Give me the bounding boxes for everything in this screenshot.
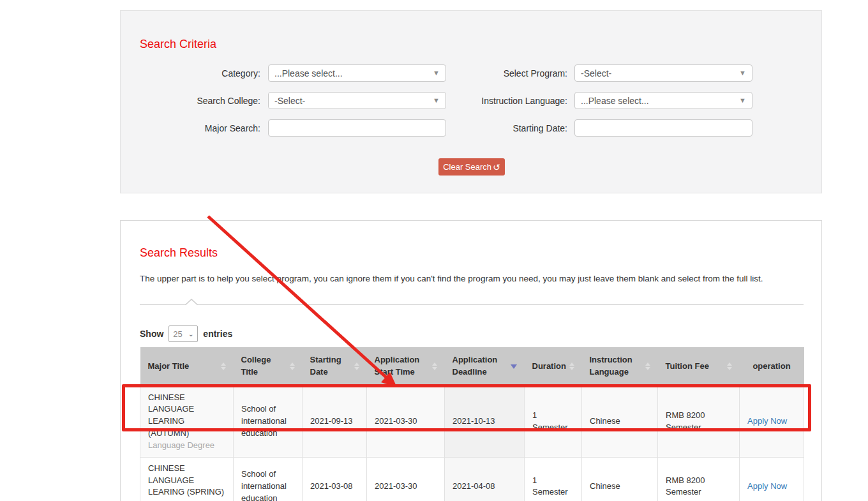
search-criteria-form: Category: ...Please select... ▼ Select P… bbox=[121, 64, 821, 147]
sort-icon bbox=[354, 363, 359, 370]
header-starting-date[interactable]: Starting Date bbox=[303, 347, 367, 386]
program-select[interactable]: -Select- ▼ bbox=[574, 64, 752, 82]
select-value: ...Please select... bbox=[581, 96, 649, 106]
cell-application-deadline: 2021-04-08 bbox=[445, 457, 525, 501]
sort-icon bbox=[645, 363, 650, 370]
entries-label: entries bbox=[203, 329, 232, 339]
search-criteria-panel: Search Criteria Category: ...Please sele… bbox=[120, 10, 822, 193]
cell-starting-date: 2021-03-08 bbox=[303, 457, 367, 501]
header-instruction-language[interactable]: Instruction Language bbox=[582, 347, 658, 386]
chevron-down-icon: ▼ bbox=[739, 97, 746, 104]
page-size-select[interactable]: 25 ⌄ bbox=[168, 325, 198, 342]
form-row: Category: ...Please select... ▼ Select P… bbox=[121, 64, 821, 82]
cell-application-start: 2021-03-30 bbox=[367, 457, 445, 501]
cell-application-start: 2021-03-30 bbox=[367, 386, 445, 457]
apply-now-link[interactable]: Apply Now bbox=[747, 416, 787, 426]
chevron-down-icon: ▼ bbox=[433, 70, 440, 77]
instruction-language-label: Instruction Language: bbox=[446, 96, 574, 106]
select-value: ...Please select... bbox=[274, 68, 343, 79]
header-duration[interactable]: Duration bbox=[525, 347, 582, 386]
search-results-title: Search Results bbox=[140, 246, 218, 260]
major-search-label: Major Search: bbox=[121, 123, 268, 133]
select-program-label: Select Program: bbox=[446, 68, 574, 79]
chevron-down-icon: ▼ bbox=[739, 70, 746, 77]
search-college-label: Search College: bbox=[121, 96, 268, 106]
cell-college-title: School of international education bbox=[234, 457, 303, 501]
show-label: Show bbox=[140, 329, 163, 339]
degree-label: Language Degree bbox=[148, 498, 225, 501]
starting-date-input[interactable] bbox=[574, 119, 752, 137]
clear-search-button[interactable]: Clear Search ↺ bbox=[438, 158, 505, 176]
sort-icon bbox=[290, 363, 295, 370]
sort-icon bbox=[432, 363, 437, 370]
degree-label: Language Degree bbox=[148, 440, 225, 452]
table-row: CHINESE LANGUAGE LEARING (AUTUMN)Languag… bbox=[140, 386, 804, 457]
cell-application-deadline: 2021-10-13 bbox=[445, 386, 525, 457]
form-row: Major Search: Starting Date: bbox=[121, 119, 821, 137]
category-label: Category: bbox=[121, 68, 268, 79]
results-table: Major Title College Title Starting Date … bbox=[140, 347, 804, 501]
cell-major-title: CHINESE LANGUAGE LEARING (AUTUMN)Languag… bbox=[140, 386, 234, 457]
table-row: CHINESE LANGUAGE LEARING (SPRING)Languag… bbox=[140, 457, 804, 501]
cell-duration: 1 Semester bbox=[525, 457, 582, 501]
search-criteria-title: Search Criteria bbox=[140, 38, 216, 51]
college-select[interactable]: -Select- ▼ bbox=[268, 92, 446, 109]
reset-icon: ↺ bbox=[493, 163, 500, 172]
header-application-deadline[interactable]: Application Deadline bbox=[445, 347, 525, 386]
category-select[interactable]: ...Please select... ▼ bbox=[268, 64, 446, 82]
cell-college-title: School of international education bbox=[234, 386, 303, 457]
search-results-panel: Search Results The upper part is to help… bbox=[120, 220, 822, 501]
header-application-start-time[interactable]: Application Start Time bbox=[367, 347, 445, 386]
header-major-title[interactable]: Major Title bbox=[140, 347, 234, 386]
sort-icon bbox=[727, 363, 732, 370]
chevron-down-icon: ▼ bbox=[433, 97, 440, 104]
cell-operation: Apply Now bbox=[740, 457, 804, 501]
apply-now-link[interactable]: Apply Now bbox=[747, 481, 787, 491]
header-tuition-fee[interactable]: Tuition Fee bbox=[658, 347, 740, 386]
select-value: -Select- bbox=[581, 68, 611, 79]
major-search-input[interactable] bbox=[268, 119, 446, 137]
cell-instruction-language: Chinese bbox=[582, 457, 658, 501]
cell-major-title: CHINESE LANGUAGE LEARING (SPRING)Languag… bbox=[140, 457, 234, 501]
page: Search Criteria Category: ...Please sele… bbox=[0, 0, 868, 501]
page-size-value: 25 bbox=[173, 329, 182, 339]
sort-icon bbox=[221, 363, 226, 370]
cell-starting-date: 2021-09-13 bbox=[303, 386, 367, 457]
header-operation: operation bbox=[740, 347, 804, 386]
cell-duration: 1 Semester bbox=[525, 386, 582, 457]
show-entries-control: Show 25 ⌄ entries bbox=[140, 325, 232, 342]
caret-up-icon bbox=[184, 299, 198, 305]
divider bbox=[140, 304, 804, 305]
cell-instruction-language: Chinese bbox=[582, 386, 658, 457]
cell-tuition-fee: RMB 8200 Semester bbox=[658, 386, 740, 457]
sort-desc-icon bbox=[511, 364, 517, 369]
cell-tuition-fee: RMB 8200 Semester bbox=[658, 457, 740, 501]
cell-operation: Apply Now bbox=[740, 386, 804, 457]
instruction-language-select[interactable]: ...Please select... ▼ bbox=[574, 92, 752, 109]
form-row: Search College: -Select- ▼ Instruction L… bbox=[121, 92, 821, 109]
chevron-down-icon: ⌄ bbox=[188, 331, 193, 338]
clear-search-label: Clear Search bbox=[443, 162, 491, 172]
header-college-title[interactable]: College Title bbox=[234, 347, 303, 386]
starting-date-label: Starting Date: bbox=[446, 123, 574, 133]
table-header-row: Major Title College Title Starting Date … bbox=[140, 347, 804, 386]
select-value: -Select- bbox=[274, 96, 305, 106]
sort-icon bbox=[569, 363, 574, 370]
results-description: The upper part is to help you select pro… bbox=[140, 273, 800, 285]
